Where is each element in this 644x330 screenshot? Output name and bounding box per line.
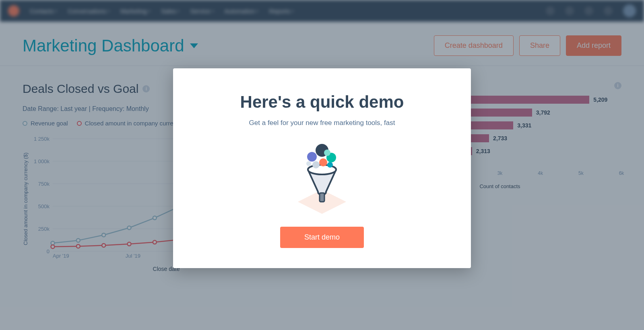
svg-point-31 xyxy=(319,158,327,166)
svg-point-30 xyxy=(324,150,330,156)
svg-point-27 xyxy=(307,152,317,162)
modal-subtitle: Get a feel for your new free marketing t… xyxy=(189,119,455,127)
start-demo-button[interactable]: Start demo xyxy=(280,227,364,248)
funnel-illustration-icon xyxy=(288,141,356,214)
svg-point-29 xyxy=(312,161,320,168)
quick-demo-modal: Here's a quick demo Get a feel for your … xyxy=(173,68,471,268)
svg-point-32 xyxy=(327,162,333,168)
svg-point-33 xyxy=(306,161,311,166)
svg-rect-25 xyxy=(320,193,324,202)
modal-title: Here's a quick demo xyxy=(189,92,455,112)
